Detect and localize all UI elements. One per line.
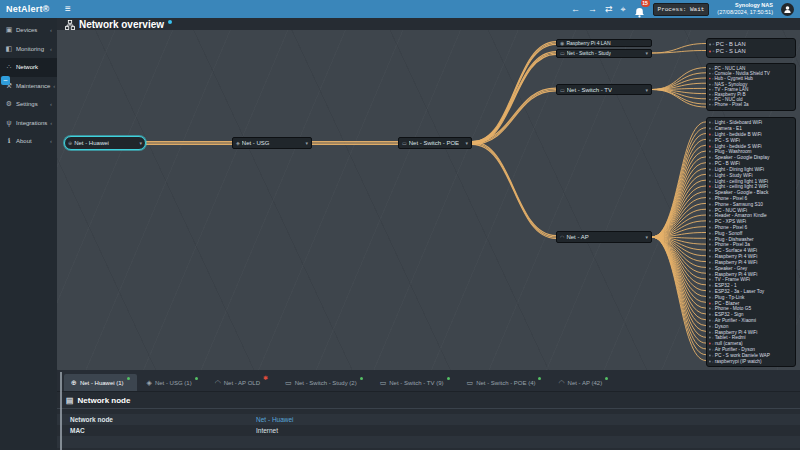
topbar: NetAlert® ≡ ← → ⇄ ⌖ 15 Process: Wait Syn… xyxy=(0,0,800,18)
fit-view-icon[interactable]: ⌖ xyxy=(620,4,625,15)
node-huawei[interactable]: ⊕Net - Huawei▾ xyxy=(64,136,146,150)
main-content: Network overview ▫ Host: Chromecast ⊕Net… xyxy=(57,18,800,450)
tab-net-usg-1[interactable]: ◈Net - USG (1) xyxy=(140,374,205,391)
device-type-icon: ▫ xyxy=(712,144,713,148)
status-dot xyxy=(709,215,711,217)
status-dot xyxy=(709,221,711,223)
sidebar-item-network[interactable]: ∴Network xyxy=(0,58,57,77)
scrollbar[interactable] xyxy=(60,372,62,450)
refresh-icon[interactable]: ⇄ xyxy=(605,4,613,14)
device-type-icon: ▫ xyxy=(712,301,713,305)
device-row[interactable]: ▫PC - S LAN xyxy=(709,48,793,55)
netalert-app: NetAlert® ≡ ← → ⇄ ⌖ 15 Process: Wait Syn… xyxy=(0,0,800,450)
online-status-dot xyxy=(605,377,608,380)
node-ap[interactable]: ◠Net - AP▾ xyxy=(556,231,652,243)
status-dot xyxy=(709,198,711,200)
sidebar-item-about[interactable]: ℹAbout‹ xyxy=(0,132,57,151)
topology-edges xyxy=(57,30,800,370)
node-usg[interactable]: ◈Net - USG▾ xyxy=(232,137,312,149)
device-row[interactable]: ▫PC - B LAN xyxy=(709,41,793,48)
status-dot xyxy=(709,88,711,90)
device-label: Air Purifier - Xiaomi xyxy=(715,318,756,323)
device-label: Air Purifier - Dyson xyxy=(715,347,755,352)
status-dot xyxy=(709,291,711,293)
device-type-icon: ▫ xyxy=(712,167,713,171)
status-dot xyxy=(709,94,711,96)
device-label: Phone - Pixel 3a xyxy=(715,102,749,107)
node-type-icon: ◈ xyxy=(236,140,240,146)
switch-icon: ▭ xyxy=(285,379,292,387)
device-type-icon: ▫ xyxy=(712,342,713,346)
node-study[interactable]: ▭Net - Switch - Study▾ xyxy=(556,49,652,58)
panel-row-value: Internet xyxy=(256,427,278,434)
tab-label: Net - Switch - POE (4) xyxy=(476,380,535,386)
device-label: Light - ceiling light 2 WiFi xyxy=(715,184,768,189)
status-dot xyxy=(709,262,711,264)
node-label: Net - Switch - Study xyxy=(567,50,611,56)
device-type-icon: ▫ xyxy=(712,132,713,136)
device-type-icon: ▫ xyxy=(712,249,713,253)
status-dot xyxy=(709,325,711,327)
device-label: Phone - Pixel 6 xyxy=(715,225,748,230)
about-icon: ℹ xyxy=(5,137,13,145)
page-title-badge xyxy=(168,20,172,24)
alert-status-dot xyxy=(709,186,711,188)
device-type-icon: ▫ xyxy=(712,156,713,160)
node-type-icon: ▭ xyxy=(402,140,407,146)
device-type-icon: ▫ xyxy=(712,313,713,317)
status-dot xyxy=(709,203,711,205)
back-icon[interactable]: ← xyxy=(571,4,580,14)
chevron-left-icon: ‹ xyxy=(50,46,52,52)
sidebar-collapse-toggle[interactable]: – xyxy=(1,76,10,85)
device-type-icon: ▫ xyxy=(712,220,713,224)
device-type-icon: ▫ xyxy=(712,208,713,212)
alert-status-dot xyxy=(709,302,711,304)
menu-icon[interactable]: ≡ xyxy=(65,4,71,14)
sidebar-item-label: Integrations xyxy=(16,120,47,126)
node-tv[interactable]: ▭Net - Switch - TV▾ xyxy=(556,84,652,95)
forward-icon[interactable]: → xyxy=(588,4,597,14)
online-status-dot xyxy=(538,377,541,380)
network-node-panel-icon: ▤ xyxy=(66,396,74,405)
node-type-icon: ◉ xyxy=(560,40,564,46)
online-status-dot xyxy=(360,377,363,380)
device-type-icon: ▫ xyxy=(713,42,715,47)
panel-row-value-link[interactable]: Net - Huawei xyxy=(256,416,294,423)
notifications-bell-icon[interactable]: 15 xyxy=(634,4,645,15)
device-group-study-devices: ▫PC - B LAN▫PC - S LAN xyxy=(706,38,796,58)
host-timestamp: (27/08/2024, 17:50:51) xyxy=(717,9,773,16)
status-dot xyxy=(709,43,711,45)
device-label: Reader - Amazon Kindle xyxy=(715,213,767,218)
tab-net-switch-tv-9[interactable]: ▭Net - Switch - TV (9) xyxy=(373,374,457,391)
chevron-down-icon: ▾ xyxy=(463,140,468,146)
device-label: Raspberry Pi 4 WiFi xyxy=(715,254,758,259)
online-status-dot xyxy=(195,377,198,380)
chevron-left-icon: ‹ xyxy=(50,138,52,144)
node-poe[interactable]: ▭Net - Switch - POE▾ xyxy=(398,137,472,149)
sidebar-item-devices[interactable]: ▣Devices‹ xyxy=(0,21,57,40)
tab-net-ap-42[interactable]: ◠Net - AP (42) xyxy=(551,374,615,391)
chevron-down-icon: ▾ xyxy=(643,234,648,240)
tab-net-ap-old[interactable]: ◠Net - AP OLD✱ xyxy=(208,374,275,391)
device-label: PC - B LAN xyxy=(716,41,746,47)
panel-title: Network node xyxy=(78,396,131,405)
panel-row-mac: MAC Internet xyxy=(57,425,800,436)
device-type-icon: ▫ xyxy=(712,359,713,363)
sidebar-item-monitoring[interactable]: ◧Monitoring‹ xyxy=(0,40,57,59)
sidebar-item-integrations[interactable]: ψIntegrations‹ xyxy=(0,114,57,133)
device-row[interactable]: ▫raspberrypi (IP watch) xyxy=(709,358,793,364)
device-label: PC - XPS WiFi xyxy=(715,219,746,224)
brand-logo: NetAlert® xyxy=(0,4,57,14)
device-label: Hub - Cygnett Hub xyxy=(715,76,753,81)
node-type-icon: ▭ xyxy=(560,50,565,56)
device-label: PC - Surface 4 WiFi xyxy=(715,248,757,253)
device-type-icon: ▫ xyxy=(712,87,713,91)
sidebar-item-settings[interactable]: ⚙Settings‹ xyxy=(0,95,57,114)
status-dot xyxy=(709,169,711,171)
device-row[interactable]: ▫Phone - Pixel 3a xyxy=(709,102,793,107)
user-avatar[interactable] xyxy=(781,3,794,16)
tab-net-switch-poe-4[interactable]: ▭Net - Switch - POE (4) xyxy=(460,374,549,391)
node-rasp[interactable]: ◉Raspberry Pi 4 LAN xyxy=(556,39,652,47)
tab-net-huawei-1[interactable]: ⊕Net - Huawei (1) xyxy=(64,374,137,391)
tab-net-switch-study-2[interactable]: ▭Net - Switch - Study (2) xyxy=(278,374,370,391)
